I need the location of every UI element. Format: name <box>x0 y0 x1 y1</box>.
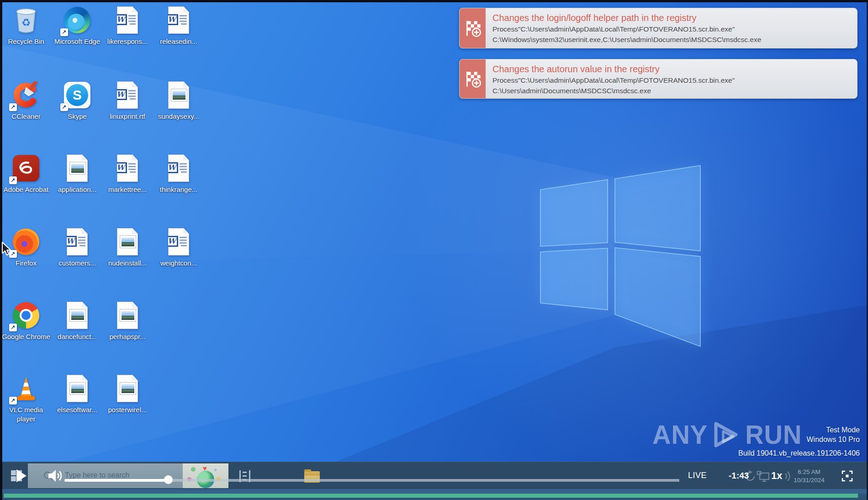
seek-bar-handle[interactable] <box>164 475 173 484</box>
skype-icon: S↗ <box>60 80 94 111</box>
taskbar-clock[interactable]: 6:25 AM 10/31/2024 <box>789 462 829 489</box>
desktop-icon-dancefunct[interactable]: dancefunct... <box>53 300 101 341</box>
desktop-icon-label: thinkrange... <box>154 185 203 194</box>
alert-process-line: Process"C:\Users\admin\AppData\Local\Tem… <box>492 75 735 86</box>
vm-mode-info: Test Mode Windows 10 Pro <box>807 425 860 444</box>
word-icon: W <box>162 153 196 184</box>
playback-speed-button[interactable]: 1x <box>771 462 782 489</box>
desktop-icon-perhapspr[interactable]: perhapspr... <box>103 300 152 341</box>
acrobat-icon: ↗ <box>9 153 43 184</box>
search-placeholder: Type here to search <box>65 462 129 489</box>
desktop-icon-application[interactable]: application... <box>53 153 101 194</box>
desktop-icon-label: posterwirel... <box>103 405 152 415</box>
os-label: Windows 10 Pro <box>807 435 860 444</box>
word-icon: W <box>111 5 144 36</box>
desktop-icon-thinkrange[interactable]: Wthinkrange... <box>154 153 203 194</box>
timeline-track-bottom <box>0 498 868 500</box>
image-icon <box>60 373 94 404</box>
anyrun-logo: ANY RUN <box>652 421 802 448</box>
desktop-icon-skype[interactable]: S↗Skype <box>53 80 101 121</box>
desktop-icon-label: releasedin... <box>154 37 203 46</box>
image-icon <box>111 226 144 257</box>
image-icon <box>111 300 144 331</box>
shortcut-arrow-icon: ↗ <box>9 176 17 184</box>
svg-text:♻: ♻ <box>21 16 31 28</box>
live-indicator: LIVE <box>688 462 707 489</box>
firefox-icon: ↗ <box>9 226 43 257</box>
alert-process-line: Process"C:\Users\admin\AppData\Local\Tem… <box>492 24 761 35</box>
ccleaner-icon: ↗ <box>9 80 43 111</box>
desktop-icon-label: elsesoftwar... <box>53 405 101 415</box>
desktop-icon-label: markettree... <box>103 185 152 194</box>
desktop-icon-markettree[interactable]: Wmarkettree... <box>103 153 152 194</box>
desktop-icon-google-chrome[interactable]: ↗Google Chrome <box>2 300 50 341</box>
taskbar: ♥ ♥ Type here to search LIVE -1: <box>0 462 868 489</box>
anyrun-play-icon <box>709 421 743 448</box>
word-icon: W <box>162 226 196 257</box>
desktop-icon-vlc-media-player[interactable]: ↗VLC media player <box>2 373 50 424</box>
desktop-icon-releasedin[interactable]: Wreleasedin... <box>154 5 203 46</box>
alert-title: Changes the login/logoff helper path in … <box>492 12 761 24</box>
heart-icon: ♥ <box>214 467 217 473</box>
desktop-icon-customers[interactable]: Wcustomers... <box>53 226 101 268</box>
anyrun-logo-run: RUN <box>745 421 802 448</box>
anyrun-vm-screen: ♻Recycle Bin↗Microsoft EdgeWlikerespons.… <box>0 0 868 500</box>
clock-time: 6:25 AM <box>798 468 820 475</box>
seek-bar-played[interactable] <box>64 479 168 482</box>
leaf-dot <box>191 467 196 472</box>
desktop-icon-label: dancefunct... <box>53 332 101 341</box>
build-label: Build 19041.vb_release.191206-1406 <box>652 448 860 458</box>
desktop-icon-likerespons[interactable]: Wlikerespons... <box>103 5 152 46</box>
desktop-icon-linuxprint-rtf[interactable]: Wlinuxprint.rtf <box>103 80 152 121</box>
alert-login-helper-registry[interactable]: Changes the login/logoff helper path in … <box>459 8 857 48</box>
fullscreen-button[interactable] <box>841 470 853 482</box>
mouse-cursor <box>1 241 12 256</box>
image-icon <box>60 153 94 184</box>
shortcut-arrow-icon: ↗ <box>60 28 68 36</box>
desktop-icon-label: CCleaner <box>2 112 50 121</box>
desktop-icon-label: weightcon... <box>154 259 203 268</box>
desktop-icon-label: Firefox <box>2 259 50 268</box>
recycle-icon: ♻ <box>9 5 43 36</box>
play-button[interactable] <box>16 469 26 482</box>
malicious-flag-icon <box>460 59 486 98</box>
volume-icon[interactable] <box>48 469 64 483</box>
desktop-icon-label: Microsoft Edge <box>53 37 101 46</box>
desktop-icon-elsesoftwar[interactable]: elsesoftwar... <box>53 373 101 415</box>
desktop-icon-recycle-bin[interactable]: ♻Recycle Bin <box>2 5 50 46</box>
remote-screen-ghost-icon <box>757 471 772 483</box>
seek-bar-track[interactable] <box>168 479 679 482</box>
alert-autorun-registry[interactable]: Changes the autorun value in the registr… <box>459 59 857 99</box>
edge-icon: ↗ <box>60 5 94 36</box>
vlc-icon: ↗ <box>9 373 43 404</box>
alert-value-line: C:\Windows\system32\userinit.exe,C:\User… <box>492 35 761 45</box>
shortcut-arrow-icon: ↗ <box>9 324 17 331</box>
clock-date: 10/31/2024 <box>794 477 825 484</box>
weather-widget-icon[interactable]: ♥ ♥ <box>183 463 228 488</box>
time-remaining: -1:43 <box>729 462 749 489</box>
frame-edge <box>0 0 868 2</box>
desktop-icon-weightcon[interactable]: Wweightcon... <box>154 226 203 268</box>
timeline-progress-bar[interactable] <box>4 494 858 498</box>
word-icon: W <box>111 80 144 111</box>
desktop-icon-label: Adobe Acrobat <box>2 185 50 194</box>
desktop-icon-label: linuxprint.rtf <box>103 112 152 121</box>
desktop-icon-ccleaner[interactable]: ↗CCleaner <box>2 80 50 121</box>
word-icon: W <box>111 153 144 184</box>
shortcut-arrow-icon: ↗ <box>60 103 68 111</box>
desktop-icon-label: sundaysexy... <box>154 112 203 121</box>
desktop-icon-posterwirel[interactable]: posterwirel... <box>103 373 152 415</box>
desktop-icon-label: VLC media player <box>2 405 50 424</box>
alert-value-line: C:\Users\admin\Documents\MSDCSC\msdcsc.e… <box>492 86 735 96</box>
desktop-icon-microsoft-edge[interactable]: ↗Microsoft Edge <box>53 5 101 46</box>
desktop-icon-label: nudeinstall... <box>103 259 152 268</box>
word-icon: W <box>162 5 196 36</box>
image-icon <box>111 373 144 404</box>
desktop-icon-nudeinstall[interactable]: nudeinstall... <box>103 226 152 268</box>
desktop-icon-label: customers... <box>53 259 101 268</box>
desktop-icon-sundaysexy[interactable]: sundaysexy... <box>154 80 203 121</box>
desktop-icon-label: Skype <box>53 112 101 121</box>
desktop-icon-adobe-acrobat[interactable]: ↗Adobe Acrobat <box>2 153 50 194</box>
image-icon <box>162 80 196 111</box>
test-mode-label: Test Mode <box>807 425 860 435</box>
